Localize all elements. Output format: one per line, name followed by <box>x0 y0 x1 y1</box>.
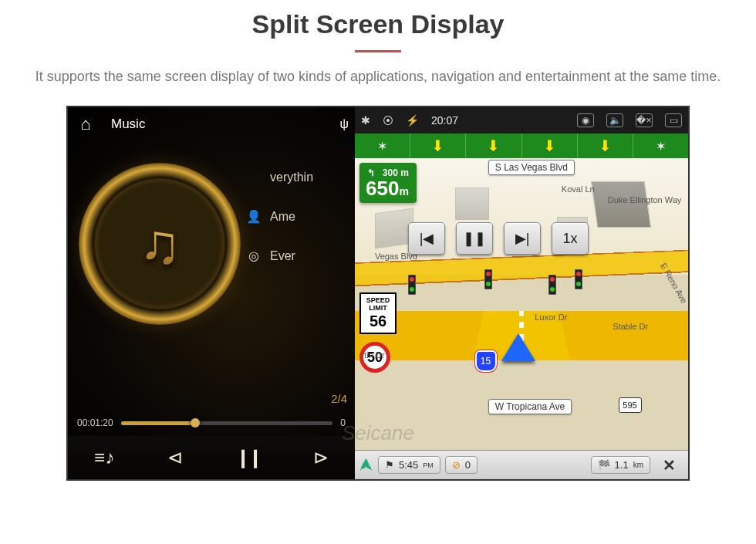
disc-icon: ◎ <box>245 248 262 263</box>
lane-4: ⬇ <box>522 133 578 158</box>
time-total: 0 <box>340 417 346 428</box>
album-name: Ever <box>270 249 295 263</box>
music-note-icon: ♫ <box>139 212 181 275</box>
street-label: Luxor Dr <box>535 313 567 322</box>
head-unit-screen: ⌂ Music ψ ♫ . verythin 👤 Ame ◎ Ever <box>66 106 690 481</box>
eta-chip[interactable]: ⚑ 5:45 PM <box>378 456 440 474</box>
close-icon: ✕ <box>663 457 676 474</box>
building-icon <box>591 181 651 228</box>
album-art: ♫ <box>79 163 241 325</box>
lane-guidance-bar: ✶ ⬇ ⬇ ⬇ ⬇ ✶ <box>355 133 688 158</box>
bluetooth-icon: ✱ <box>361 114 370 127</box>
speed-label: 1x <box>563 231 578 247</box>
next-icon: ⊳ <box>313 447 329 468</box>
sim-prev-button[interactable]: |◀ <box>408 222 445 255</box>
music-header-label: Music <box>111 117 145 132</box>
location-icon: ⦿ <box>383 114 393 127</box>
street-label: Duke Ellington Way <box>608 195 682 204</box>
nav-bottom-bar: ⮝ ⚑ 5:45 PM ⊘ 0 🏁 1.1 km ✕ <box>355 450 688 479</box>
close-button[interactable]: ✕ <box>655 456 683 475</box>
pause-button[interactable]: ❙❙ <box>235 447 260 468</box>
page-title: Split Screen Display <box>0 9 756 39</box>
sim-pause-button[interactable]: ❚❚ <box>456 222 493 255</box>
artist-name: Ame <box>270 210 295 224</box>
map-canvas[interactable]: ↰ 300 m 650m SPEED LIMIT 56 50 S Las Veg… <box>355 158 688 450</box>
status-bar: ✱ ⦿ ⚡ 20:07 ◉ 🔈 �× ▭ <box>355 107 688 133</box>
dist-value: 1.1 <box>615 459 629 471</box>
lane-5: ⬇ <box>578 133 633 158</box>
turn-left-icon: ↰ <box>367 167 375 178</box>
split-screen-icon[interactable]: ▭ <box>665 113 682 127</box>
music-header: ⌂ Music ψ <box>68 107 355 141</box>
compass-icon[interactable]: ⮝ <box>359 457 373 473</box>
track-title: verythin <box>270 171 313 184</box>
dest-flag-icon: 🏁 <box>598 459 610 471</box>
primary-dist: 650 <box>366 177 399 200</box>
speed-limit-label: SPEED LIMIT <box>366 296 390 312</box>
flag-icon: ⚑ <box>385 459 394 471</box>
navigation-panel: ✱ ⦿ ⚡ 20:07 ◉ 🔈 �× ▭ ✶ ⬇ ⬇ ⬇ ⬇ ✶ <box>355 107 688 479</box>
sim-next-button[interactable]: ▶| <box>504 222 541 255</box>
music-controls: ≡♪ ⊲ ❙❙ ⊳ <box>68 436 355 479</box>
playlist-icon: ≡♪ <box>94 447 114 468</box>
street-label: rtin Dr <box>362 350 385 360</box>
pause-icon: ❚❚ <box>463 230 486 247</box>
volume-icon[interactable]: 🔈 <box>606 113 623 127</box>
progress-bar[interactable]: 00:01:20 0 <box>77 417 346 428</box>
album-row: ◎ Ever <box>245 248 349 263</box>
route-shield: 595 <box>619 397 642 413</box>
artist-row: 👤 Ame <box>245 209 349 224</box>
track-metadata: . verythin 👤 Ame ◎ Ever <box>241 147 349 479</box>
skip-fwd-icon: ▶| <box>515 230 530 247</box>
pause-icon: ❙❙ <box>235 447 260 468</box>
wifi-icon: ⚡ <box>406 114 419 127</box>
building-icon <box>455 188 489 220</box>
home-icon[interactable]: ⌂ <box>74 114 97 134</box>
track-counter: 2/4 <box>331 392 347 405</box>
street-label: S Las Vegas Blvd <box>488 160 575 175</box>
warn-value: 0 <box>465 459 471 471</box>
lane-1: ✶ <box>355 133 410 158</box>
person-icon: 👤 <box>245 209 262 224</box>
close-window-icon[interactable]: �× <box>636 113 653 127</box>
usb-icon: ψ <box>340 117 349 131</box>
turn-guidance: ↰ 300 m 650m <box>359 163 417 203</box>
eta-time: 5:45 <box>399 459 418 471</box>
prev-icon: ⊲ <box>167 447 183 468</box>
sim-speed-button[interactable]: 1x <box>552 222 589 255</box>
speed-limit-sign: SPEED LIMIT 56 <box>359 292 397 334</box>
prev-track-button[interactable]: ⊲ <box>167 447 183 468</box>
vehicle-arrow-icon <box>501 333 535 361</box>
sim-playback-row: |◀ ❚❚ ▶| 1x <box>408 222 589 255</box>
progress-track[interactable] <box>121 421 333 425</box>
track-title-row: . verythin <box>245 171 349 184</box>
secondary-unit: m <box>400 167 409 178</box>
traffic-light-icon <box>548 275 556 295</box>
playlist-button[interactable]: ≡♪ <box>94 447 114 468</box>
camera-icon[interactable]: ◉ <box>577 113 594 127</box>
lane-2: ⬇ <box>410 133 466 158</box>
dist-unit: km <box>633 461 643 469</box>
interstate-shield: 15 <box>475 350 497 372</box>
lane-6: ✶ <box>633 133 688 158</box>
traffic-light-icon <box>408 275 416 295</box>
distance-chip[interactable]: 🏁 1.1 km <box>591 456 650 474</box>
lane-3: ⬇ <box>466 133 521 158</box>
warn-chip[interactable]: ⊘ 0 <box>445 456 478 474</box>
page-description: It supports the same screen display of t… <box>0 66 756 87</box>
warning-icon: ⊘ <box>452 459 461 471</box>
music-body: ♫ . verythin 👤 Ame ◎ Ever 2/4 00:01:20 <box>68 141 355 479</box>
next-track-button[interactable]: ⊳ <box>313 447 329 468</box>
traffic-light-icon <box>575 269 582 289</box>
music-panel: ⌂ Music ψ ♫ . verythin 👤 Ame ◎ Ever <box>68 107 355 479</box>
speed-limit-value: 56 <box>363 313 393 329</box>
street-label: W Tropicana Ave <box>488 399 572 414</box>
secondary-dist: 300 <box>383 167 398 178</box>
title-underline <box>355 50 401 52</box>
eta-suffix: PM <box>423 461 434 469</box>
status-time: 20:07 <box>431 114 458 127</box>
time-elapsed: 00:01:20 <box>77 417 113 428</box>
primary-unit: m <box>399 185 408 198</box>
street-label: Stable Dr <box>613 322 648 331</box>
street-label: Koval Ln <box>562 184 595 194</box>
